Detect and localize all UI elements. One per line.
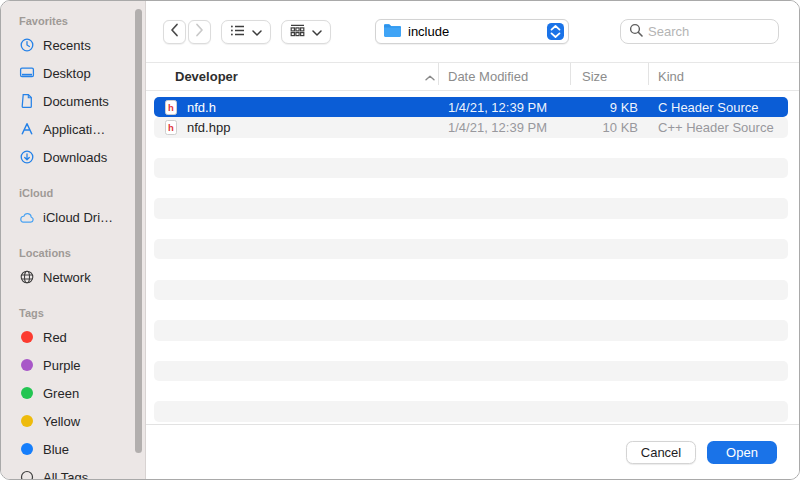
search-input[interactable]: [648, 24, 770, 39]
file-name: nfd.hpp: [187, 120, 448, 135]
sidebar-item-green[interactable]: Green: [19, 379, 145, 407]
sidebar-item-label: Purple: [43, 358, 81, 373]
column-header-date-modified[interactable]: Date Modified: [448, 63, 528, 90]
sidebar-item-icloud-dri[interactable]: iCloud Dri…: [19, 203, 145, 231]
sidebar-item-yellow[interactable]: Yellow: [19, 407, 145, 435]
sidebar-section-label: Locations: [19, 247, 145, 259]
empty-row: [154, 280, 788, 300]
forward-button[interactable]: [188, 20, 211, 44]
column-header-kind[interactable]: Kind: [658, 63, 684, 90]
column-header-size[interactable]: Size: [582, 63, 607, 90]
file-date: 1/4/21, 12:39 PM: [448, 100, 582, 115]
empty-row: [154, 219, 788, 239]
tag-dot: [19, 385, 35, 401]
empty-row: [154, 259, 788, 279]
chevron-down-icon: [312, 24, 322, 39]
header-file-icon: h: [165, 100, 181, 115]
sidebar-section-favorites: FavoritesRecentsDesktopDocumentsApplicat…: [19, 15, 145, 171]
column-divider: [570, 63, 571, 85]
search-field[interactable]: [620, 19, 779, 44]
tag-dot: [21, 359, 33, 371]
sidebar-item-label: iCloud Dri…: [43, 210, 113, 225]
main-pane: include Developer Date Modified: [146, 1, 799, 479]
sidebar-item-red[interactable]: Red: [19, 323, 145, 351]
sidebar-section-locations: LocationsNetwork: [19, 247, 145, 291]
tag-dot: [21, 387, 33, 399]
empty-row: [154, 198, 788, 218]
tag-dot: [21, 415, 33, 427]
sidebar-item-label: Blue: [43, 442, 69, 457]
sidebar-section-label: Tags: [19, 307, 145, 319]
file-list: hnfd.h1/4/21, 12:39 PM9 KBC Header Sourc…: [146, 91, 799, 424]
column-header-developer[interactable]: Developer: [175, 63, 238, 90]
empty-row: [154, 361, 788, 381]
all-tags-icon: [19, 469, 35, 479]
list-view-button[interactable]: [221, 20, 271, 44]
sidebar-item-recents[interactable]: Recents: [19, 31, 145, 59]
empty-row: [154, 381, 788, 401]
empty-row: [154, 158, 788, 178]
tag-dot: [19, 413, 35, 429]
sidebar-section-label: Favorites: [19, 15, 145, 27]
desktop-icon: [19, 65, 35, 81]
sidebar-item-label: Desktop: [43, 66, 91, 81]
folder-dropdown[interactable]: include: [375, 19, 569, 44]
dialog-footer: Cancel Open: [146, 424, 799, 479]
file-kind: C Header Source: [658, 100, 758, 115]
sidebar-item-downloads[interactable]: Downloads: [19, 143, 145, 171]
globe-icon: [19, 269, 35, 285]
column-headers: Developer Date Modified Size Kind: [146, 63, 799, 91]
sidebar-item-blue[interactable]: Blue: [19, 435, 145, 463]
sidebar-item-documents[interactable]: Documents: [19, 87, 145, 115]
sidebar-item-desktop[interactable]: Desktop: [19, 59, 145, 87]
sidebar-item-all-tags[interactable]: All Tags: [19, 463, 145, 479]
column-divider: [648, 63, 649, 85]
download-icon: [19, 149, 35, 165]
sidebar-item-label: Applicati…: [43, 122, 105, 137]
empty-row: [154, 341, 788, 361]
toolbar: include: [146, 1, 799, 63]
sidebar-sections: FavoritesRecentsDesktopDocumentsApplicat…: [19, 15, 145, 479]
open-button[interactable]: Open: [707, 441, 777, 464]
sidebar-item-label: Green: [43, 386, 79, 401]
sidebar: FavoritesRecentsDesktopDocumentsApplicat…: [1, 1, 146, 479]
chevron-left-icon: [170, 23, 179, 40]
sidebar-scrollbar[interactable]: [135, 9, 142, 453]
sidebar-item-network[interactable]: Network: [19, 263, 145, 291]
sidebar-item-label: All Tags: [43, 470, 88, 480]
sidebar-item-applicati[interactable]: Applicati…: [19, 115, 145, 143]
tag-dot: [21, 331, 33, 343]
search-icon: [629, 23, 643, 40]
file-row-nfd-hpp[interactable]: hnfd.hpp1/4/21, 12:39 PM10 KBC++ Header …: [154, 117, 788, 137]
header-file-icon: h: [165, 100, 177, 115]
sidebar-section-label: iCloud: [19, 187, 145, 199]
file-size: 10 KB: [582, 120, 638, 135]
sidebar-item-label: Red: [43, 330, 67, 345]
chevron-right-icon: [195, 23, 204, 40]
header-file-icon: h: [165, 120, 177, 135]
cancel-button[interactable]: Cancel: [626, 441, 696, 464]
updown-stepper-icon: [547, 23, 564, 40]
sidebar-section-icloud: iCloudiCloud Dri…: [19, 187, 145, 231]
header-file-icon: h: [165, 120, 181, 135]
back-button[interactable]: [163, 20, 186, 44]
file-date: 1/4/21, 12:39 PM: [448, 120, 582, 135]
group-view-button[interactable]: [281, 20, 331, 44]
file-name: nfd.h: [187, 100, 448, 115]
sidebar-item-purple[interactable]: Purple: [19, 351, 145, 379]
document-icon: [19, 93, 35, 109]
empty-row: [154, 178, 788, 198]
sidebar-item-label: Network: [43, 270, 91, 285]
file-row-nfd-h[interactable]: hnfd.h1/4/21, 12:39 PM9 KBC Header Sourc…: [154, 97, 788, 117]
sidebar-item-label: Recents: [43, 38, 91, 53]
sort-ascending-icon: [425, 63, 435, 90]
cloud-icon: [19, 209, 35, 225]
list-view-icon: [230, 24, 245, 40]
sidebar-section-tags: TagsRedPurpleGreenYellowBlueAll Tags: [19, 307, 145, 479]
file-kind: C++ Header Source: [658, 120, 774, 135]
folder-dropdown-value: include: [408, 24, 541, 39]
sidebar-item-label: Downloads: [43, 150, 107, 165]
clock-icon: [19, 37, 35, 53]
applications-icon: [19, 121, 35, 137]
tag-dot: [19, 357, 35, 373]
